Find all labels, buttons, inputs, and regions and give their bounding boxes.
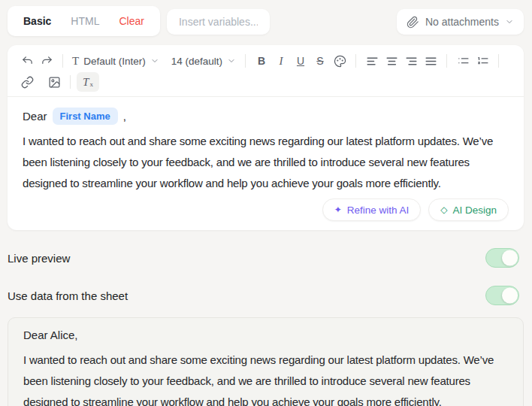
strikethrough-button[interactable]: S [310,51,330,71]
bullet-list-button[interactable] [453,51,473,71]
diamond-icon: ◇ [440,205,447,215]
align-right-button[interactable] [401,51,421,71]
tab-basic[interactable]: Basic [14,6,61,36]
text-color-button[interactable] [330,51,349,71]
redo-icon [41,55,53,68]
attachments-dropdown[interactable]: No attachments [397,9,524,35]
bold-button[interactable]: B [252,51,271,71]
use-sheet-data-toggle[interactable] [485,286,519,305]
clear-button[interactable]: Clear [109,6,153,36]
align-right-icon [405,55,418,68]
editor-card: T Default (Inter) 14 (default) B I U S [8,45,524,230]
type-icon: T [72,55,79,68]
undo-icon [21,55,34,68]
ai-design-button[interactable]: ◇ AI Design [428,198,509,221]
clear-formatting-sub: x [89,77,93,92]
preview-body-text: I wanted to reach out and share some exc… [23,350,508,406]
ai-actions: ✦ Refine with AI ◇ AI Design [23,198,509,221]
italic-button[interactable]: I [271,51,291,71]
editor-toolbar: T Default (Inter) 14 (default) B I U S [8,45,524,96]
bullet-list-icon [457,55,470,68]
sparkle-icon: ✦ [334,205,342,215]
variable-chip-first-name[interactable]: First Name [53,108,118,125]
align-justify-icon [425,55,437,68]
toolbar-row-2: Tx [17,71,516,92]
email-composer-page: Basic HTML Clear No attachments [0,0,532,406]
align-justify-button[interactable] [421,51,440,71]
preview-greeting: Dear Alice, [23,327,508,344]
email-body-text: I wanted to reach out and share some exc… [23,131,509,194]
redo-button[interactable] [37,51,56,71]
chevron-down-icon [505,17,514,26]
greeting-comma: , [123,110,126,123]
live-preview-row: Live preview [8,248,519,268]
email-preview-card: Dear Alice, I wanted to reach out and sh… [8,317,524,406]
clear-formatting-glyph: T [83,76,89,89]
salutation-line: Dear First Name , [23,108,509,125]
live-preview-label: Live preview [8,252,70,265]
align-center-button[interactable] [382,51,401,71]
align-left-icon [366,55,379,68]
ordered-list-icon [476,55,489,68]
live-preview-toggle[interactable] [485,248,519,268]
palette-icon [334,55,346,68]
ordered-list-button[interactable] [473,51,492,71]
font-family-value: Default (Inter) [83,56,146,67]
font-size-select[interactable]: 14 (default) [168,51,239,71]
refine-with-ai-label: Refine with AI [347,205,410,216]
toolbar-divider [355,54,356,68]
ai-design-label: AI Design [452,205,497,216]
insert-variables-input[interactable] [167,9,270,35]
toolbar-divider [245,54,246,68]
toolbar-divider [446,54,447,68]
toolbar-divider [498,54,499,68]
font-family-select[interactable]: T Default (Inter) [69,51,162,71]
toggle-knob [502,288,518,304]
mode-tabs: Basic HTML Clear [8,6,160,36]
toggle-knob [502,250,518,266]
paperclip-icon [407,16,419,29]
underline-button[interactable]: U [291,51,310,71]
chevron-down-icon [227,56,236,65]
email-body-editor[interactable]: Dear First Name , I wanted to reach out … [8,96,524,230]
clear-formatting-button[interactable]: Tx [77,72,99,92]
font-size-value: 14 (default) [171,56,222,67]
align-left-button[interactable] [362,51,382,71]
attachments-label: No attachments [425,16,499,28]
chevron-down-icon [150,56,159,65]
use-sheet-data-row: Use data from the sheet [8,286,519,305]
link-icon [21,76,34,89]
image-icon [48,76,61,89]
refine-with-ai-button[interactable]: ✦ Refine with AI [322,198,422,221]
tab-html[interactable]: HTML [61,6,109,36]
insert-image-button[interactable] [44,72,64,92]
toolbar-row-1: T Default (Inter) 14 (default) B I U S [17,50,516,71]
undo-button[interactable] [17,51,37,71]
top-bar: Basic HTML Clear No attachments [0,0,532,36]
link-button[interactable] [17,72,37,92]
toolbar-divider [62,54,63,68]
align-center-icon [385,55,398,68]
toolbar-divider [70,75,71,89]
use-sheet-data-label: Use data from the sheet [8,289,128,302]
greeting-text: Dear [23,110,47,123]
